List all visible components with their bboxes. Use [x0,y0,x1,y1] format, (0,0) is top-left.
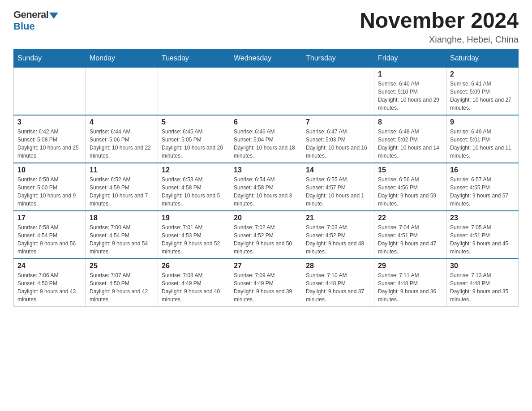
weekday-header-monday: Monday [86,49,158,67]
day-info: Sunrise: 6:47 AMSunset: 5:03 PMDaylight:… [306,128,370,160]
day-info: Sunrise: 7:09 AMSunset: 4:49 PMDaylight:… [234,271,298,304]
weekday-header-row: SundayMondayTuesdayWednesdayThursdayFrid… [14,49,519,67]
calendar-cell: 18Sunrise: 7:00 AMSunset: 4:54 PMDayligh… [86,211,158,259]
calendar-cell: 7Sunrise: 6:47 AMSunset: 5:03 PMDaylight… [302,115,374,163]
day-info: Sunrise: 6:46 AMSunset: 5:04 PMDaylight:… [234,128,298,160]
day-number: 8 [378,118,442,126]
location-text: Xianghe, Hebei, China [360,34,519,45]
month-title: November 2024 [360,9,519,33]
day-number: 14 [306,166,370,174]
day-info: Sunrise: 7:01 AMSunset: 4:53 PMDaylight:… [162,223,226,256]
logo: General Blue [13,9,58,32]
day-number: 12 [162,166,226,174]
calendar-cell: 6Sunrise: 6:46 AMSunset: 5:04 PMDaylight… [230,115,302,163]
calendar-cell: 20Sunrise: 7:02 AMSunset: 4:52 PMDayligh… [230,211,302,259]
day-number: 22 [378,214,442,222]
day-info: Sunrise: 7:05 AMSunset: 4:51 PMDaylight:… [450,223,515,256]
day-info: Sunrise: 6:49 AMSunset: 5:01 PMDaylight:… [450,128,515,160]
day-info: Sunrise: 6:54 AMSunset: 4:58 PMDaylight:… [234,176,298,208]
day-info: Sunrise: 6:55 AMSunset: 4:57 PMDaylight:… [306,176,370,208]
day-info: Sunrise: 7:04 AMSunset: 4:51 PMDaylight:… [378,223,442,256]
day-info: Sunrise: 6:45 AMSunset: 5:05 PMDaylight:… [162,128,226,160]
day-number: 29 [378,262,442,270]
day-number: 17 [17,214,82,222]
day-number: 27 [234,262,298,270]
day-number: 1 [378,70,442,78]
calendar-week-1: 1Sunrise: 6:40 AMSunset: 5:10 PMDaylight… [14,67,519,115]
day-number: 13 [234,166,298,174]
day-number: 26 [162,262,226,270]
day-info: Sunrise: 7:02 AMSunset: 4:52 PMDaylight:… [234,223,298,256]
day-number: 11 [90,166,154,174]
calendar-cell: 17Sunrise: 6:58 AMSunset: 4:54 PMDayligh… [14,211,86,259]
calendar-cell: 4Sunrise: 6:44 AMSunset: 5:06 PMDaylight… [86,115,158,163]
day-number: 2 [450,70,515,78]
day-number: 4 [90,118,154,126]
logo-blue-text: Blue [13,21,35,32]
day-number: 10 [17,166,82,174]
calendar-cell: 5Sunrise: 6:45 AMSunset: 5:05 PMDaylight… [158,115,230,163]
calendar-cell: 23Sunrise: 7:05 AMSunset: 4:51 PMDayligh… [446,211,519,259]
calendar-cell [14,67,86,115]
weekday-header-tuesday: Tuesday [158,49,230,67]
calendar-cell: 27Sunrise: 7:09 AMSunset: 4:49 PMDayligh… [230,259,302,307]
calendar-week-5: 24Sunrise: 7:06 AMSunset: 4:50 PMDayligh… [14,259,519,307]
day-info: Sunrise: 7:13 AMSunset: 4:48 PMDaylight:… [450,271,515,304]
logo-general-text: General [13,9,48,21]
day-number: 21 [306,214,370,222]
calendar-cell: 22Sunrise: 7:04 AMSunset: 4:51 PMDayligh… [374,211,446,259]
calendar-cell: 9Sunrise: 6:49 AMSunset: 5:01 PMDaylight… [446,115,519,163]
day-info: Sunrise: 6:53 AMSunset: 4:58 PMDaylight:… [162,176,226,208]
calendar-table: SundayMondayTuesdayWednesdayThursdayFrid… [13,49,519,307]
day-info: Sunrise: 7:00 AMSunset: 4:54 PMDaylight:… [90,223,154,256]
weekday-header-sunday: Sunday [14,49,86,67]
calendar-cell: 2Sunrise: 6:41 AMSunset: 5:09 PMDaylight… [446,67,519,115]
day-info: Sunrise: 6:40 AMSunset: 5:10 PMDaylight:… [378,80,442,112]
day-info: Sunrise: 7:10 AMSunset: 4:48 PMDaylight:… [306,271,370,304]
calendar-cell: 8Sunrise: 6:48 AMSunset: 5:02 PMDaylight… [374,115,446,163]
day-number: 5 [162,118,226,126]
calendar-cell: 13Sunrise: 6:54 AMSunset: 4:58 PMDayligh… [230,163,302,211]
calendar-cell: 15Sunrise: 6:56 AMSunset: 4:56 PMDayligh… [374,163,446,211]
day-info: Sunrise: 7:03 AMSunset: 4:52 PMDaylight:… [306,223,370,256]
calendar-cell [158,67,230,115]
weekday-header-friday: Friday [374,49,446,67]
day-info: Sunrise: 6:41 AMSunset: 5:09 PMDaylight:… [450,80,515,112]
logo-arrow-icon [49,13,58,19]
day-number: 19 [162,214,226,222]
day-info: Sunrise: 7:06 AMSunset: 4:50 PMDaylight:… [17,271,82,304]
calendar-cell [230,67,302,115]
day-number: 18 [90,214,154,222]
day-info: Sunrise: 6:56 AMSunset: 4:56 PMDaylight:… [378,176,442,208]
day-info: Sunrise: 7:08 AMSunset: 4:49 PMDaylight:… [162,271,226,304]
calendar-cell: 28Sunrise: 7:10 AMSunset: 4:48 PMDayligh… [302,259,374,307]
day-number: 16 [450,166,515,174]
calendar-cell: 14Sunrise: 6:55 AMSunset: 4:57 PMDayligh… [302,163,374,211]
calendar-cell: 19Sunrise: 7:01 AMSunset: 4:53 PMDayligh… [158,211,230,259]
day-info: Sunrise: 6:52 AMSunset: 4:59 PMDaylight:… [90,176,154,208]
day-number: 25 [90,262,154,270]
day-info: Sunrise: 6:58 AMSunset: 4:54 PMDaylight:… [17,223,82,256]
day-number: 23 [450,214,515,222]
day-number: 9 [450,118,515,126]
day-info: Sunrise: 7:07 AMSunset: 4:50 PMDaylight:… [90,271,154,304]
day-info: Sunrise: 7:11 AMSunset: 4:48 PMDaylight:… [378,271,442,304]
weekday-header-saturday: Saturday [446,49,519,67]
day-info: Sunrise: 6:44 AMSunset: 5:06 PMDaylight:… [90,128,154,160]
calendar-cell: 11Sunrise: 6:52 AMSunset: 4:59 PMDayligh… [86,163,158,211]
calendar-cell [86,67,158,115]
calendar-cell: 1Sunrise: 6:40 AMSunset: 5:10 PMDaylight… [374,67,446,115]
day-number: 6 [234,118,298,126]
calendar-cell: 3Sunrise: 6:42 AMSunset: 5:08 PMDaylight… [14,115,86,163]
calendar-cell: 10Sunrise: 6:50 AMSunset: 5:00 PMDayligh… [14,163,86,211]
day-number: 30 [450,262,515,270]
page-header: General Blue November 2024 Xianghe, Hebe… [13,9,519,45]
calendar-cell: 30Sunrise: 7:13 AMSunset: 4:48 PMDayligh… [446,259,519,307]
weekday-header-wednesday: Wednesday [230,49,302,67]
day-number: 15 [378,166,442,174]
calendar-week-2: 3Sunrise: 6:42 AMSunset: 5:08 PMDaylight… [14,115,519,163]
calendar-cell: 26Sunrise: 7:08 AMSunset: 4:49 PMDayligh… [158,259,230,307]
calendar-week-4: 17Sunrise: 6:58 AMSunset: 4:54 PMDayligh… [14,211,519,259]
day-info: Sunrise: 6:42 AMSunset: 5:08 PMDaylight:… [17,128,82,160]
weekday-header-thursday: Thursday [302,49,374,67]
